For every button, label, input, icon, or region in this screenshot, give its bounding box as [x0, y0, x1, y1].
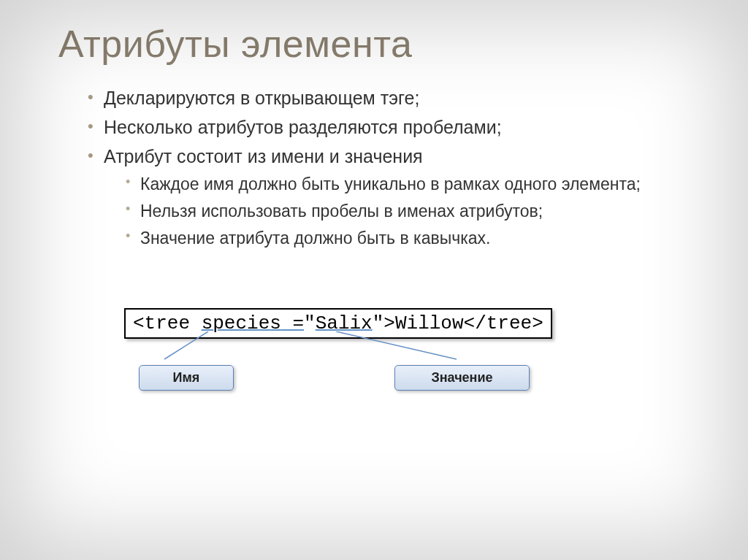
sub-bullet-item: Нельзя использовать пробелы в именах атр…: [126, 200, 690, 223]
label-value: Значение: [394, 365, 530, 391]
sub-bullet-item: Значение атрибута должно быть в кавычках…: [126, 227, 690, 250]
bullet-item: Несколько атрибутов разделяются пробелам…: [88, 115, 690, 140]
sub-bullet-item: Каждое имя должно быть уникально в рамка…: [126, 173, 690, 196]
code-space: [190, 312, 202, 334]
code-tag: tree: [145, 312, 190, 334]
code-box: <tree species ="Salix">Willow</tree>: [124, 308, 552, 339]
code-close-tag: </tree>: [464, 312, 543, 334]
code-attr-name: species: [202, 312, 281, 334]
label-name: Имя: [139, 365, 234, 391]
sub-bullet-list: Каждое имя должно быть уникально в рамка…: [126, 173, 690, 250]
main-bullet-list: Декларируются в открывающем тэге; Нескол…: [88, 86, 690, 250]
code-close-bracket: >: [383, 312, 395, 334]
slide-title: Атрибуты элемента: [58, 22, 690, 66]
bullet-text: Атрибут состоит из имени и значения: [104, 146, 423, 166]
code-content: Willow: [395, 312, 464, 334]
code-quote: ": [304, 312, 316, 334]
code-quote: ": [373, 312, 384, 334]
code-eq: =: [281, 312, 304, 334]
bullet-item: Декларируются в открывающем тэге;: [88, 86, 690, 111]
code-open-bracket: <: [133, 312, 145, 334]
code-attr-value: Salix: [316, 312, 373, 334]
code-example-area: <tree species ="Salix">Willow</tree> Имя…: [124, 308, 690, 402]
labels-row: Имя Значение: [124, 365, 690, 402]
bullet-item: Атрибут состоит из имени и значения Кажд…: [88, 145, 690, 250]
